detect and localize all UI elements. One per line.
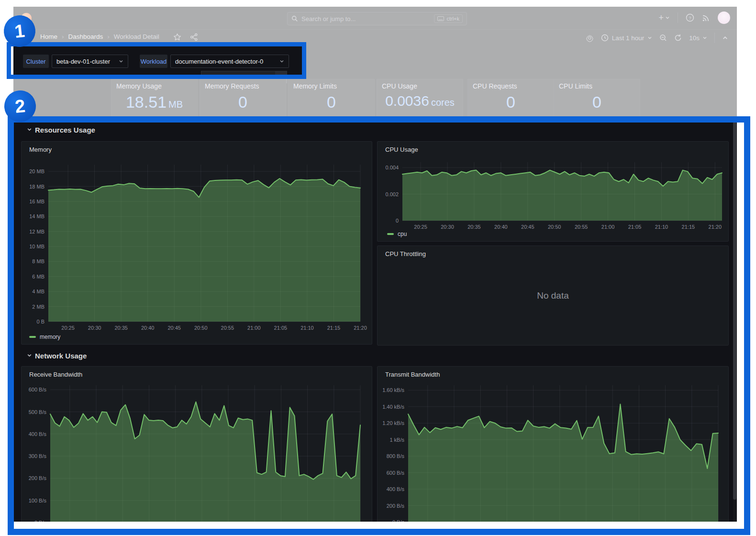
svg-text:200 B/s: 200 B/s bbox=[29, 475, 47, 481]
legend-memory[interactable]: memory bbox=[29, 334, 60, 340]
svg-text:1.20 kB/s: 1.20 kB/s bbox=[382, 420, 404, 426]
panel-transmit-bandwidth: Transmit Bandwidth 0 B/s200 B/s400 B/s60… bbox=[377, 366, 729, 522]
grafana-dashboard: Search or jump to... ctrl+k + ? bbox=[13, 7, 737, 522]
svg-text:20:25: 20:25 bbox=[61, 325, 75, 331]
section-resources-usage[interactable]: Resources Usage bbox=[27, 126, 95, 134]
search-placeholder: Search or jump to... bbox=[301, 15, 431, 22]
svg-text:21:00: 21:00 bbox=[247, 325, 261, 331]
svg-text:20:55: 20:55 bbox=[221, 325, 234, 331]
stat-panel-cpu-usage: CPU Usage 0.0036cores bbox=[377, 79, 463, 119]
cpu-chart[interactable]: 00.0020.00420:2520:3020:3520:4020:4520:5… bbox=[378, 142, 728, 241]
svg-text:21:05: 21:05 bbox=[628, 224, 642, 230]
svg-text:0 B/s: 0 B/s bbox=[34, 520, 47, 522]
time-range-picker[interactable]: Last 1 hour bbox=[601, 34, 653, 42]
svg-text:0.002: 0.002 bbox=[385, 191, 399, 197]
refresh-interval-picker[interactable]: 10s bbox=[689, 34, 707, 42]
panel-cpu-throttling: CPU Throttling No data bbox=[377, 246, 729, 346]
stat-title: CPU Usage bbox=[382, 82, 417, 90]
workload-variable-label: Workload bbox=[140, 55, 167, 68]
collapse-chevron-icon[interactable] bbox=[722, 35, 728, 41]
breadcrumb: Home › Dashboards › Workload Detail bbox=[40, 33, 159, 40]
no-data-message: No data bbox=[378, 246, 728, 345]
zoom-out-icon[interactable] bbox=[659, 34, 667, 42]
legend-swatch bbox=[387, 233, 394, 235]
breadcrumb-dashboards[interactable]: Dashboards bbox=[68, 33, 103, 40]
receive-chart[interactable]: 0 B/s100 B/s200 B/s300 B/s400 B/s500 B/s… bbox=[22, 367, 372, 522]
stat-value: 0 bbox=[554, 93, 640, 112]
share-icon[interactable] bbox=[190, 33, 198, 41]
svg-text:20:45: 20:45 bbox=[521, 224, 534, 230]
keyboard-icon bbox=[437, 16, 444, 21]
chevron-down-icon bbox=[279, 58, 284, 65]
refresh-icon[interactable] bbox=[674, 34, 682, 42]
svg-text:14 MB: 14 MB bbox=[29, 213, 44, 219]
svg-text:500 B/s: 500 B/s bbox=[29, 409, 47, 415]
panel-cpu-usage: CPU Usage 00.0020.00420:2520:3020:3520:4… bbox=[377, 141, 729, 242]
svg-text:21:05: 21:05 bbox=[274, 325, 288, 331]
svg-text:1.60 kB/s: 1.60 kB/s bbox=[382, 387, 404, 393]
section-network-usage[interactable]: Network Usage bbox=[27, 352, 87, 360]
stat-panel-memory-requests: Memory Requests 0 bbox=[200, 79, 286, 119]
chevron-down-icon bbox=[119, 58, 123, 65]
svg-text:20 MB: 20 MB bbox=[29, 168, 44, 174]
svg-text:21:15: 21:15 bbox=[682, 224, 695, 230]
svg-text:400 B/s: 400 B/s bbox=[29, 431, 47, 437]
cluster-variable-select[interactable]: beta-dev-01-cluster bbox=[52, 55, 128, 68]
svg-text:0.004: 0.004 bbox=[385, 165, 399, 170]
legend-cpu[interactable]: cpu bbox=[387, 231, 407, 237]
svg-text:20:50: 20:50 bbox=[548, 224, 561, 230]
stat-title: CPU Limits bbox=[559, 82, 592, 90]
dashboard-settings-icon[interactable] bbox=[586, 34, 594, 42]
svg-text:?: ? bbox=[689, 16, 691, 21]
panel-memory: Memory 0 B2 MB4 MB6 MB8 MB10 MB12 MB14 M… bbox=[21, 141, 372, 345]
workload-variable-select[interactable]: documentation-event-detector-0 bbox=[170, 55, 289, 68]
stat-value: 18.51MB bbox=[111, 93, 197, 112]
annotated-screenshot: Search or jump to... ctrl+k + ? bbox=[0, 0, 756, 536]
chevron-down-icon bbox=[665, 15, 670, 20]
svg-text:4 MB: 4 MB bbox=[32, 289, 44, 294]
svg-text:21:00: 21:00 bbox=[601, 224, 615, 230]
top-nav-bar: Search or jump to... ctrl+k + ? bbox=[13, 7, 737, 30]
scrollbar-thumb[interactable] bbox=[733, 122, 736, 500]
svg-text:0 B: 0 B bbox=[36, 319, 44, 324]
svg-text:21:15: 21:15 bbox=[327, 325, 341, 331]
svg-text:20:40: 20:40 bbox=[494, 224, 508, 230]
help-icon[interactable]: ? bbox=[686, 13, 694, 22]
stat-panel-cpu-requests: CPU Requests 0 bbox=[467, 79, 554, 119]
divider bbox=[714, 33, 715, 43]
svg-text:20:50: 20:50 bbox=[194, 325, 208, 331]
svg-text:1.40 kB/s: 1.40 kB/s bbox=[382, 404, 404, 410]
stat-panel-memory-usage: Memory Usage 18.51MB bbox=[111, 79, 198, 119]
svg-text:1 kB/s: 1 kB/s bbox=[389, 437, 404, 443]
svg-text:100 B/s: 100 B/s bbox=[29, 498, 47, 503]
svg-text:20:25: 20:25 bbox=[414, 224, 427, 230]
svg-text:21:20: 21:20 bbox=[709, 224, 722, 230]
breadcrumb-separator: › bbox=[107, 33, 110, 40]
chevron-down-icon bbox=[27, 353, 32, 359]
breadcrumb-separator: › bbox=[62, 33, 64, 40]
memory-chart[interactable]: 0 B2 MB4 MB6 MB8 MB10 MB12 MB14 MB16 MB1… bbox=[22, 142, 372, 344]
stat-panel-cpu-limits: CPU Limits 0 bbox=[554, 79, 640, 119]
news-icon[interactable] bbox=[702, 14, 710, 22]
svg-text:600 B/s: 600 B/s bbox=[29, 387, 47, 392]
breadcrumb-row: Home › Dashboards › Workload Detail bbox=[13, 30, 737, 45]
panel-receive-bandwidth: Receive Bandwidth 0 B/s100 B/s200 B/s300… bbox=[21, 366, 372, 522]
svg-text:6 MB: 6 MB bbox=[32, 274, 44, 279]
svg-text:21:20: 21:20 bbox=[354, 325, 367, 331]
stat-title: Memory Limits bbox=[293, 82, 337, 90]
breadcrumb-current: Workload Detail bbox=[114, 33, 159, 40]
avatar[interactable] bbox=[718, 11, 730, 24]
add-menu-button[interactable]: + bbox=[658, 13, 670, 23]
divider bbox=[678, 12, 678, 23]
svg-text:0 B/s: 0 B/s bbox=[392, 519, 405, 522]
svg-text:8 MB: 8 MB bbox=[32, 258, 44, 264]
stat-value: 0 bbox=[289, 93, 374, 112]
svg-text:300 B/s: 300 B/s bbox=[29, 453, 47, 459]
svg-text:20:40: 20:40 bbox=[141, 325, 155, 331]
search-input[interactable]: Search or jump to... ctrl+k bbox=[287, 12, 467, 25]
star-icon[interactable] bbox=[173, 33, 181, 41]
svg-text:20:55: 20:55 bbox=[575, 224, 588, 230]
svg-text:16 MB: 16 MB bbox=[29, 199, 44, 204]
breadcrumb-home[interactable]: Home bbox=[40, 33, 57, 40]
transmit-chart[interactable]: 0 B/s200 B/s400 B/s600 B/s800 B/s1 kB/s1… bbox=[378, 367, 728, 522]
